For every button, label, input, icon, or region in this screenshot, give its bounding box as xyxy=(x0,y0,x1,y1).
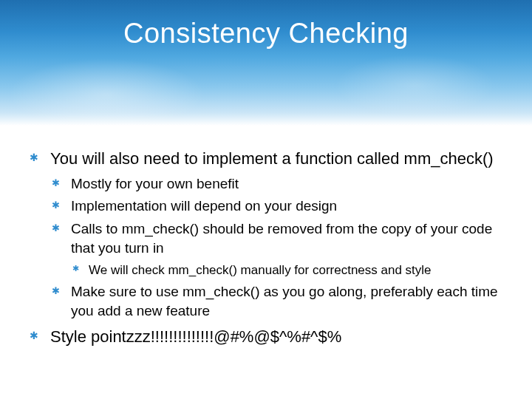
bullet-text: Mostly for your own benefit xyxy=(71,176,239,191)
bullet-text: Calls to mm_check() should be removed fr… xyxy=(71,221,492,256)
bullet-text: Style pointzzz!!!!!!!!!!!!!!@#%@$^%#^$% xyxy=(50,327,341,346)
bullet-list: We will check mm_check() manually for co… xyxy=(71,262,502,279)
bullet-item: You will also need to implement a functi… xyxy=(30,148,502,321)
slide: Consistency Checking You will also need … xyxy=(0,0,532,399)
slide-body: You will also need to implement a functi… xyxy=(0,126,532,348)
bullet-text: Make sure to use mm_check() as you go al… xyxy=(71,284,498,319)
slide-title: Consistency Checking xyxy=(123,18,409,50)
bullet-item: Style pointzzz!!!!!!!!!!!!!!@#%@$^%#^$% xyxy=(30,326,502,348)
bullet-item: We will check mm_check() manually for co… xyxy=(71,262,502,279)
bullet-text: We will check mm_check() manually for co… xyxy=(89,263,432,277)
slide-header: Consistency Checking xyxy=(0,0,532,126)
bullet-item: Mostly for your own benefit xyxy=(50,174,502,194)
bullet-text: You will also need to implement a functi… xyxy=(50,149,494,168)
bullet-list: Mostly for your own benefit Implementati… xyxy=(50,174,502,321)
bullet-text: Implementation will depend on your desig… xyxy=(71,198,337,214)
bullet-item: Calls to mm_check() should be removed fr… xyxy=(50,219,502,279)
bullet-item: Make sure to use mm_check() as you go al… xyxy=(50,282,502,321)
bullet-list: You will also need to implement a functi… xyxy=(30,148,502,348)
bullet-item: Implementation will depend on your desig… xyxy=(50,197,502,216)
